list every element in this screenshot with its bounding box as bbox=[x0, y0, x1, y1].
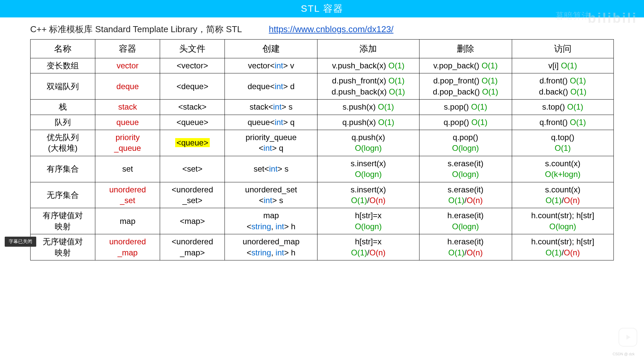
cell-add: s.push(x) O(1) bbox=[317, 100, 419, 115]
table-row: 双端队列deque<deque>deque<int> dd.push_front… bbox=[31, 73, 614, 100]
cell-name: 无序键值对映射 bbox=[31, 234, 95, 260]
cell-header-file: <map> bbox=[160, 208, 225, 234]
table-header-row: 名称容器头文件创建添加删除访问 bbox=[31, 40, 614, 58]
cell-header-file: <deque> bbox=[160, 73, 225, 100]
cell-add: s.insert(x)O(1)/O(n) bbox=[317, 182, 419, 208]
stl-table: 名称容器头文件创建添加删除访问 变长数组vector<vector>vector… bbox=[30, 39, 614, 260]
cell-header-file: <unordered_map> bbox=[160, 234, 225, 260]
cell-delete: s.erase(it)O(logn) bbox=[419, 156, 512, 182]
cell-access: q.top()O(1) bbox=[512, 130, 614, 156]
cell-header-file: <queue> bbox=[160, 115, 225, 130]
cell-header-file: <set> bbox=[160, 156, 225, 182]
cell-add: h[str]=xO(1)/O(n) bbox=[317, 234, 419, 260]
cell-create: queue<int> q bbox=[225, 115, 317, 130]
table-header-cell: 名称 bbox=[31, 40, 95, 58]
cell-container: stack bbox=[95, 100, 160, 115]
cell-access: h.count(str); h[str]O(logn) bbox=[512, 208, 614, 234]
cell-name: 有序集合 bbox=[31, 156, 95, 182]
cell-add: d.push_front(x) O(1)d.push_back(x) O(1) bbox=[317, 73, 419, 100]
reference-link[interactable]: https://www.cnblogs.com/dx123/ bbox=[269, 24, 393, 35]
cell-access: h.count(str); h[str]O(1)/O(n) bbox=[512, 234, 614, 260]
cell-header-file: <stack> bbox=[160, 100, 225, 115]
page-title: STL 容器 bbox=[301, 2, 343, 15]
table-header-cell: 访问 bbox=[512, 40, 614, 58]
subtitle-text: C++ 标准模板库 Standard Template Library，简称 S… bbox=[30, 23, 242, 35]
cell-name: 栈 bbox=[31, 100, 95, 115]
table-row: 队列queue<queue>queue<int> qq.push(x) O(1)… bbox=[31, 115, 614, 130]
cell-create: map<string, int> h bbox=[225, 208, 317, 234]
cell-container: vector bbox=[95, 58, 160, 73]
cell-delete: q.pop() O(1) bbox=[419, 115, 512, 130]
table-header-cell: 创建 bbox=[225, 40, 317, 58]
table-row: 无序集合unordered_set<unordered_set>unordere… bbox=[31, 182, 614, 208]
cell-delete: q.pop()O(logn) bbox=[419, 130, 512, 156]
table-row: 优先队列(大根堆)priority_queue<queue>priority_q… bbox=[31, 130, 614, 156]
cell-header-file: <queue> bbox=[160, 130, 225, 156]
subtitle-tooltip: 字幕已关闭 bbox=[5, 237, 36, 247]
cell-delete: v.pop_back() O(1) bbox=[419, 58, 512, 73]
table-row: 有序集合set<set>set<int> ss.insert(x)O(logn)… bbox=[31, 156, 614, 182]
cell-add: q.push(x)O(logn) bbox=[317, 130, 419, 156]
table-header-cell: 删除 bbox=[419, 40, 512, 58]
cell-add: q.push(x) O(1) bbox=[317, 115, 419, 130]
table-row: 无序键值对映射unordered_map<unordered_map>unord… bbox=[31, 234, 614, 260]
title-banner: STL 容器 bbox=[0, 0, 644, 17]
cell-access: d.front() O(1)d.back() O(1) bbox=[512, 73, 614, 100]
cell-access: s.count(x)O(1)/O(n) bbox=[512, 182, 614, 208]
cell-container: deque bbox=[95, 73, 160, 100]
cell-container: set bbox=[95, 156, 160, 182]
cell-create: priority_queue<int> q bbox=[225, 130, 317, 156]
cell-add: s.insert(x)O(logn) bbox=[317, 156, 419, 182]
subtitle-row: C++ 标准模板库 Standard Template Library，简称 S… bbox=[30, 23, 614, 35]
cell-name: 双端队列 bbox=[31, 73, 95, 100]
cell-access: q.front() O(1) bbox=[512, 115, 614, 130]
play-icon[interactable] bbox=[618, 328, 637, 347]
cell-name: 无序集合 bbox=[31, 182, 95, 208]
watermark-channel: 暮暗算法 bbox=[555, 10, 590, 22]
cell-access: v[i] O(1) bbox=[512, 58, 614, 73]
bilibili-watermark: bilibili bbox=[588, 11, 637, 26]
cell-name: 优先队列(大根堆) bbox=[31, 130, 95, 156]
content-area: C++ 标准模板库 Standard Template Library，简称 S… bbox=[0, 17, 644, 260]
cell-container: map bbox=[95, 208, 160, 234]
table-row: 栈stack<stack>stack<int> ss.push(x) O(1)s… bbox=[31, 100, 614, 115]
cell-name: 变长数组 bbox=[31, 58, 95, 73]
table-body: 变长数组vector<vector>vector<int> vv.push_ba… bbox=[31, 58, 614, 260]
cell-create: set<int> s bbox=[225, 156, 317, 182]
cell-delete: d.pop_front() O(1)d.pop_back() O(1) bbox=[419, 73, 512, 100]
cell-delete: h.erase(it)O(logn) bbox=[419, 208, 512, 234]
cell-name: 队列 bbox=[31, 115, 95, 130]
cell-create: unordered_set<int> s bbox=[225, 182, 317, 208]
table-header-cell: 添加 bbox=[317, 40, 419, 58]
cell-container: unordered_set bbox=[95, 182, 160, 208]
cell-add: h[str]=xO(logn) bbox=[317, 208, 419, 234]
cell-container: priority_queue bbox=[95, 130, 160, 156]
cell-container: queue bbox=[95, 115, 160, 130]
table-row: 有序键值对映射map<map>map<string, int> hh[str]=… bbox=[31, 208, 614, 234]
cell-delete: s.pop() O(1) bbox=[419, 100, 512, 115]
table-row: 变长数组vector<vector>vector<int> vv.push_ba… bbox=[31, 58, 614, 73]
cell-add: v.push_back(x) O(1) bbox=[317, 58, 419, 73]
cell-create: vector<int> v bbox=[225, 58, 317, 73]
cell-access: s.top() O(1) bbox=[512, 100, 614, 115]
cell-access: s.count(x)O(k+logn) bbox=[512, 156, 614, 182]
cell-name: 有序键值对映射 bbox=[31, 208, 95, 234]
cell-header-file: <unordered_set> bbox=[160, 182, 225, 208]
cell-header-file: <vector> bbox=[160, 58, 225, 73]
table-header-cell: 头文件 bbox=[160, 40, 225, 58]
cell-delete: s.erase(it)O(1)/O(n) bbox=[419, 182, 512, 208]
csdn-watermark: CSDN @ dzk bbox=[612, 352, 635, 356]
cell-container: unordered_map bbox=[95, 234, 160, 260]
table-header-cell: 容器 bbox=[95, 40, 160, 58]
cell-create: stack<int> s bbox=[225, 100, 317, 115]
cell-create: unordered_map<string, int> h bbox=[225, 234, 317, 260]
cell-create: deque<int> d bbox=[225, 73, 317, 100]
cell-delete: h.erase(it)O(1)/O(n) bbox=[419, 234, 512, 260]
